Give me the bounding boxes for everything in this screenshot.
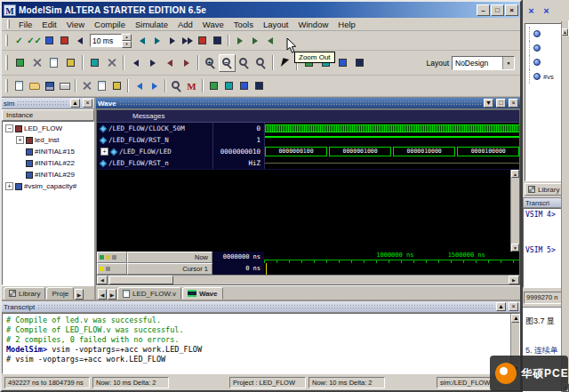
run-length-down-icon[interactable]: ▼: [122, 41, 132, 48]
cursor-options-icon[interactable]: [106, 267, 110, 271]
menu-edit[interactable]: Edit: [37, 19, 60, 30]
dock-icon[interactable]: ▼: [484, 99, 493, 108]
undock-icon[interactable]: ▲: [496, 302, 506, 311]
hiz-waveform[interactable]: [264, 157, 519, 169]
step-icon[interactable]: [232, 33, 247, 48]
high-waveform[interactable]: [264, 134, 519, 146]
close-button[interactable]: ×: [505, 4, 518, 16]
wave-horizontal-scrollbar[interactable]: ◀ ▶: [97, 275, 519, 284]
list-icon[interactable]: [252, 78, 267, 93]
tab-scroll-right-icon[interactable]: ▶: [75, 289, 84, 300]
undo-icon[interactable]: [132, 78, 147, 93]
run-icon[interactable]: [149, 33, 164, 48]
expand-bus-icon[interactable]: +: [100, 148, 108, 156]
titlebar[interactable]: M ModelSim ALTERA STARTER EDITION 6.5e –…: [2, 2, 520, 18]
lock-marker-icon[interactable]: [106, 255, 110, 260]
right-tab-library[interactable]: Library: [525, 183, 564, 196]
undock-icon[interactable]: ▲: [70, 99, 80, 108]
menubar-grip[interactable]: [7, 20, 10, 28]
find-next-edge-icon[interactable]: [178, 54, 195, 72]
cursor-marker[interactable]: [266, 263, 267, 275]
copy-icon[interactable]: [45, 54, 62, 72]
wave-empty-area[interactable]: ▲ ▼: [97, 169, 519, 252]
cursor-toolbar-icons[interactable]: [97, 252, 127, 263]
sim-panel-header[interactable]: sim ▲ ×: [2, 98, 94, 109]
transcript-body[interactable]: # Compile of led.v was successful. # Com…: [2, 313, 520, 374]
break-run-icon[interactable]: [195, 33, 210, 48]
add-marker-icon[interactable]: [100, 255, 104, 260]
menu-view[interactable]: View: [62, 19, 89, 30]
minimize-button[interactable]: –: [477, 4, 490, 16]
tree-item[interactable]: [529, 55, 561, 69]
drag-handle[interactable]: [17, 100, 68, 107]
find-previous-transition-icon[interactable]: [127, 54, 144, 72]
tree-item[interactable]: [529, 27, 561, 41]
run-length-up-icon[interactable]: ▲: [122, 34, 132, 41]
menu-file[interactable]: File: [14, 19, 36, 30]
insert-cursor-icon[interactable]: [86, 54, 103, 72]
instance-column-header[interactable]: Instance: [2, 109, 94, 121]
find-previous-edge-icon[interactable]: [161, 54, 178, 72]
scroll-up-icon[interactable]: ▲: [511, 314, 520, 323]
restart-icon[interactable]: [134, 33, 149, 48]
cursor-track[interactable]: [264, 263, 519, 275]
right-toolbar-icon-2[interactable]: ×: [540, 4, 553, 18]
maximize-pane-icon[interactable]: □: [496, 99, 506, 108]
find-icon[interactable]: [169, 78, 184, 93]
timeline-ruler[interactable]: 1000000 ns 1500000 ns: [264, 252, 519, 263]
zoom-full-icon[interactable]: [236, 54, 252, 72]
page-scrollbar[interactable]: ▲ ▼: [561, 21, 569, 392]
wave-panel-header[interactable]: Wave ▼ □ ×: [96, 98, 520, 109]
open-icon[interactable]: [27, 78, 42, 93]
compile-icon[interactable]: ✓: [12, 33, 27, 48]
environment-back-icon[interactable]: [72, 33, 87, 48]
new-file-icon[interactable]: [12, 78, 27, 93]
tree-item-initial-29[interactable]: #INITIAL#29: [3, 169, 93, 180]
transcript-header[interactable]: Transcript ▲ ×: [2, 301, 520, 313]
tab-scroll-left-icon[interactable]: ◀: [98, 289, 107, 300]
run-all-icon[interactable]: [180, 33, 195, 48]
expand-icon[interactable]: +: [5, 182, 13, 190]
dataflow-icon[interactable]: [236, 78, 252, 93]
tree-item-led-flow[interactable]: − LED_FLOW: [3, 123, 93, 134]
continue-run-icon[interactable]: [164, 33, 180, 48]
signal-row-clock[interactable]: /LED_FLOW/CLOCK_50M 0: [97, 123, 519, 134]
compile-all-icon[interactable]: ✓✓: [27, 33, 42, 48]
paste-icon[interactable]: [62, 54, 79, 72]
scroll-up-icon[interactable]: ▲: [511, 170, 519, 178]
add-to-wave-icon[interactable]: [206, 78, 221, 93]
tree-item-led-inst[interactable]: + led_inst: [3, 134, 93, 146]
step-out-icon[interactable]: [262, 33, 277, 48]
layout-combo[interactable]: NoDesign ▼: [452, 56, 515, 70]
menu-window[interactable]: Window: [294, 19, 333, 30]
tree-item[interactable]: [529, 41, 561, 55]
scroll-right-icon[interactable]: ▶: [509, 276, 519, 284]
run-length-input[interactable]: [90, 34, 122, 47]
drag-handle[interactable]: [119, 100, 481, 107]
delete-cursor-icon[interactable]: [103, 54, 120, 72]
memory-icon[interactable]: [221, 78, 236, 93]
close-pane-icon[interactable]: ×: [83, 99, 92, 108]
menu-tools[interactable]: Tools: [229, 19, 258, 30]
chevron-down-icon[interactable]: ▼: [502, 57, 514, 69]
tab-project[interactable]: Proje: [46, 287, 74, 300]
tree-item-vs[interactable]: #vs: [529, 69, 561, 84]
cursor-label[interactable]: Cursor 1: [127, 263, 212, 275]
tab-wave[interactable]: Wave: [182, 287, 223, 300]
signal-row-rst-n-lower[interactable]: /LED_FLOW/RST_n HiZ: [97, 157, 519, 169]
marker-options-icon[interactable]: [112, 255, 116, 260]
tree-item-vsim-capacity[interactable]: + #vsim_capacity#: [3, 180, 93, 192]
modelsim-icon[interactable]: M: [184, 78, 199, 93]
pane-navy-icon[interactable]: [351, 54, 368, 72]
step-over-icon[interactable]: [247, 33, 262, 48]
menu-wave[interactable]: Wave: [198, 19, 228, 30]
break-icon[interactable]: [57, 33, 72, 48]
maximize-button[interactable]: □: [491, 4, 504, 16]
find-next-transition-icon[interactable]: [144, 54, 161, 72]
tab-scroll-right-icon[interactable]: ▶: [108, 289, 116, 300]
cut-icon[interactable]: [28, 54, 45, 72]
expand-icon[interactable]: +: [16, 136, 24, 144]
stop-icon[interactable]: [210, 33, 225, 48]
scroll-down-icon[interactable]: ▼: [511, 244, 519, 252]
zoom-in-icon[interactable]: +: [202, 54, 219, 72]
